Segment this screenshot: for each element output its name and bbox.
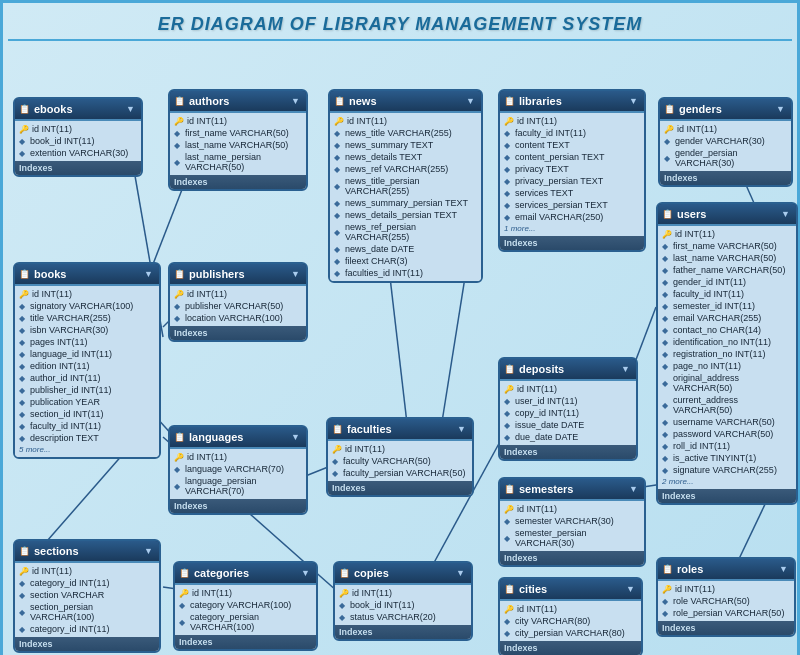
indexes-bar-categories[interactable]: Indexes <box>175 635 316 649</box>
table-icon-libraries: 📋 <box>504 96 515 106</box>
key-icon: 🔑 <box>19 290 29 299</box>
diamond-icon: ◆ <box>339 601 347 610</box>
table-row: ◆current_address VARCHAR(50) <box>658 394 796 416</box>
key-icon: 🔑 <box>174 453 184 462</box>
diamond-icon: ◆ <box>662 242 670 251</box>
table-row: 🔑id INT(11) <box>500 115 644 127</box>
indexes-bar-roles[interactable]: Indexes <box>658 621 794 635</box>
table-name-semesters: semesters <box>519 483 573 495</box>
table-header-sections[interactable]: 📋 sections ▼ <box>15 541 159 563</box>
table-header-ebooks[interactable]: 📋 ebooks ▼ <box>15 99 141 121</box>
arrow-ebooks: ▼ <box>126 104 135 114</box>
table-header-deposits[interactable]: 📋 deposits ▼ <box>500 359 636 381</box>
diamond-icon: ◆ <box>174 314 182 323</box>
diamond-icon: ◆ <box>19 362 27 371</box>
table-header-users[interactable]: 📋 users ▼ <box>658 204 796 226</box>
diamond-icon: ◆ <box>19 326 27 335</box>
table-header-copies[interactable]: 📋 copies ▼ <box>335 563 471 585</box>
table-row: ◆copy_id INT(11) <box>500 407 636 419</box>
table-header-libraries[interactable]: 📋 libraries ▼ <box>500 91 644 113</box>
table-header-roles[interactable]: 📋 roles ▼ <box>658 559 794 581</box>
diamond-icon: ◆ <box>19 591 27 600</box>
table-name-genders: genders <box>679 103 722 115</box>
diamond-icon: ◆ <box>662 302 670 311</box>
table-news: 📋 news ▼ 🔑id INT(11) ◆news_title VARCHAR… <box>328 89 483 283</box>
diagram-area: 📋 ebooks ▼ 🔑 id INT(11) ◆ book_id INT(11… <box>8 47 798 655</box>
diamond-icon: ◆ <box>19 579 27 588</box>
table-row: ◆password VARCHAR(50) <box>658 428 796 440</box>
more-text-users: 2 more... <box>658 476 796 487</box>
indexes-bar-ebooks[interactable]: Indexes <box>15 161 141 175</box>
diamond-icon: ◆ <box>334 129 342 138</box>
indexes-bar-cities[interactable]: Indexes <box>500 641 641 655</box>
indexes-bar-libraries[interactable]: Indexes <box>500 236 644 250</box>
table-row: 🔑id INT(11) <box>330 115 481 127</box>
diamond-icon: ◆ <box>334 228 342 237</box>
table-header-genders[interactable]: 📋 genders ▼ <box>660 99 791 121</box>
table-icon-books: 📋 <box>19 269 30 279</box>
indexes-bar-faculties[interactable]: Indexes <box>328 481 472 495</box>
table-row: 🔑 id INT(11) <box>15 123 141 135</box>
table-row: ◆gender_id INT(11) <box>658 276 796 288</box>
indexes-bar-copies[interactable]: Indexes <box>335 625 471 639</box>
indexes-bar-authors[interactable]: Indexes <box>170 175 306 189</box>
table-icon-genders: 📋 <box>664 104 675 114</box>
table-body-publishers: 🔑id INT(11) ◆publisher VARCHAR(50) ◆loca… <box>170 286 306 326</box>
table-row: ◆ extention VARCHAR(30) <box>15 147 141 159</box>
arrow-publishers: ▼ <box>291 269 300 279</box>
table-header-news[interactable]: 📋 news ▼ <box>330 91 481 113</box>
table-header-faculties[interactable]: 📋 faculties ▼ <box>328 419 472 441</box>
table-sections: 📋 sections ▼ 🔑id INT(11) ◆category_id IN… <box>13 539 161 653</box>
table-header-publishers[interactable]: 📋 publishers ▼ <box>170 264 306 286</box>
table-row: ◆news_title VARCHAR(255) <box>330 127 481 139</box>
table-row: ◆semester VARCHAR(30) <box>500 515 644 527</box>
table-row: 🔑id INT(11) <box>328 443 472 455</box>
diamond-icon: ◆ <box>174 465 182 474</box>
table-header-books[interactable]: 📋 books ▼ <box>15 264 159 286</box>
indexes-bar-languages[interactable]: Indexes <box>170 499 306 513</box>
table-row: ◆section_persian VARCHAR(100) <box>15 601 159 623</box>
table-genders: 📋 genders ▼ 🔑id INT(11) ◆gender VARCHAR(… <box>658 97 793 187</box>
table-row: ◆book_id INT(11) <box>335 599 471 611</box>
diamond-icon: ◆ <box>504 177 512 186</box>
table-row: ◆category_id INT(11) <box>15 623 159 635</box>
table-header-cities[interactable]: 📋 cities ▼ <box>500 579 641 601</box>
table-row: ◆registration_no INT(11) <box>658 348 796 360</box>
table-cities: 📋 cities ▼ 🔑id INT(11) ◆city VARCHAR(80)… <box>498 577 643 655</box>
diamond-icon: ◆ <box>339 613 347 622</box>
diamond-icon: ◆ <box>332 469 340 478</box>
table-users: 📋 users ▼ 🔑id INT(11) ◆first_name VARCHA… <box>656 202 798 505</box>
table-row: ◆faculty_persian VARCHAR(50) <box>328 467 472 479</box>
table-row: ◆status VARCHAR(20) <box>335 611 471 623</box>
table-row: ◆role_persian VARCHAR(50) <box>658 607 794 619</box>
table-header-languages[interactable]: 📋 languages ▼ <box>170 427 306 449</box>
table-row: ◆is_active TINYINT(1) <box>658 452 796 464</box>
more-text-books: 5 more... <box>15 444 159 455</box>
table-header-authors[interactable]: 📋 authors ▼ <box>170 91 306 113</box>
indexes-bar-semesters[interactable]: Indexes <box>500 551 644 565</box>
arrow-cities: ▼ <box>626 584 635 594</box>
table-row: ◆semester_id INT(11) <box>658 300 796 312</box>
table-icon-cities: 📋 <box>504 584 515 594</box>
table-row: ◆content TEXT <box>500 139 644 151</box>
diamond-icon: ◆ <box>334 257 342 266</box>
table-body-news: 🔑id INT(11) ◆news_title VARCHAR(255) ◆ne… <box>330 113 481 281</box>
table-header-semesters[interactable]: 📋 semesters ▼ <box>500 479 644 501</box>
arrow-books: ▼ <box>144 269 153 279</box>
indexes-bar-sections[interactable]: Indexes <box>15 637 159 651</box>
table-body-copies: 🔑id INT(11) ◆book_id INT(11) ◆status VAR… <box>335 585 471 625</box>
indexes-bar-publishers[interactable]: Indexes <box>170 326 306 340</box>
indexes-bar-deposits[interactable]: Indexes <box>500 445 636 459</box>
table-ebooks: 📋 ebooks ▼ 🔑 id INT(11) ◆ book_id INT(11… <box>13 97 143 177</box>
table-row: 🔑id INT(11) <box>335 587 471 599</box>
table-header-categories[interactable]: 📋 categories ▼ <box>175 563 316 585</box>
indexes-bar-users[interactable]: Indexes <box>658 489 796 503</box>
diamond-icon: ◆ <box>179 618 187 627</box>
table-icon-sections: 📋 <box>19 546 30 556</box>
indexes-bar-genders[interactable]: Indexes <box>660 171 791 185</box>
table-row: ◆identification_no INT(11) <box>658 336 796 348</box>
diamond-icon: ◆ <box>662 609 670 618</box>
table-row: ◆publisher_id INT(11) <box>15 384 159 396</box>
table-row: ◆signatory VARCHAR(100) <box>15 300 159 312</box>
table-libraries: 📋 libraries ▼ 🔑id INT(11) ◆faculty_id IN… <box>498 89 646 252</box>
